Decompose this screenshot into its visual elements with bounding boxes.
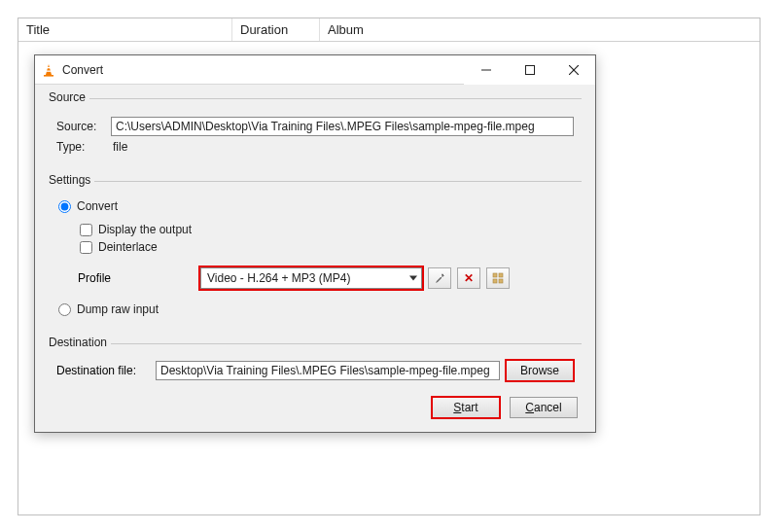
- svg-rect-5: [525, 65, 534, 74]
- source-label: Source:: [56, 120, 111, 133]
- deinterlace-label: Deinterlace: [98, 240, 158, 254]
- dialog-title: Convert: [62, 63, 103, 77]
- settings-group: Settings Convert Display the output Dein…: [49, 181, 582, 330]
- profile-value: Video - H.264 + MP3 (MP4): [207, 271, 351, 285]
- convert-radio-label: Convert: [77, 199, 118, 213]
- source-group-label: Source: [49, 90, 89, 104]
- destination-label: Destination file:: [56, 364, 150, 377]
- dump-radio-input[interactable]: [58, 303, 71, 316]
- profile-dropdown[interactable]: Video - H.264 + MP3 (MP4): [200, 267, 422, 289]
- svg-rect-8: [493, 273, 497, 277]
- maximize-button[interactable]: [508, 55, 551, 85]
- x-icon: ✕: [464, 271, 474, 285]
- deinterlace-checkbox-input[interactable]: [80, 241, 92, 254]
- start-button[interactable]: Start: [432, 397, 500, 418]
- new-profile-button[interactable]: [486, 267, 510, 289]
- convert-radio-input[interactable]: [58, 200, 71, 213]
- playlist-header: Title Duration Album: [18, 18, 760, 42]
- display-output-label: Display the output: [98, 223, 192, 236]
- svg-rect-10: [493, 279, 497, 283]
- col-title[interactable]: Title: [18, 18, 232, 41]
- convert-radio[interactable]: Convert: [58, 199, 574, 213]
- edit-profile-button[interactable]: [428, 267, 451, 289]
- svg-rect-3: [44, 75, 53, 77]
- profile-label: Profile: [78, 271, 194, 285]
- vlc-cone-icon: [41, 62, 56, 78]
- svg-marker-0: [46, 64, 52, 75]
- svg-rect-9: [499, 273, 503, 277]
- deinterlace-checkbox[interactable]: Deinterlace: [80, 240, 574, 254]
- destination-group: Destination Destination file: Browse: [49, 343, 582, 391]
- display-output-checkbox[interactable]: Display the output: [80, 223, 574, 236]
- minimize-button[interactable]: [464, 55, 508, 85]
- dump-radio[interactable]: Dump raw input: [58, 302, 574, 316]
- svg-rect-11: [499, 279, 503, 283]
- new-icon: [492, 272, 504, 284]
- chevron-down-icon: [409, 276, 417, 281]
- col-duration[interactable]: Duration: [232, 18, 320, 41]
- svg-rect-2: [47, 70, 52, 71]
- dump-radio-label: Dump raw input: [77, 302, 159, 316]
- destination-input[interactable]: [156, 361, 500, 380]
- cancel-button[interactable]: Cancel: [510, 397, 578, 418]
- svg-rect-4: [481, 69, 491, 70]
- close-button[interactable]: [551, 55, 595, 85]
- dialog-footer: Start Cancel: [49, 391, 582, 420]
- source-input[interactable]: [111, 117, 574, 136]
- source-group: Source Source: Type: file: [49, 98, 582, 167]
- settings-group-label: Settings: [49, 173, 94, 187]
- wrench-icon: [434, 272, 445, 284]
- svg-rect-1: [47, 67, 51, 68]
- type-value: file: [111, 140, 127, 154]
- col-album[interactable]: Album: [320, 18, 760, 41]
- browse-button[interactable]: Browse: [506, 360, 574, 381]
- display-output-checkbox-input[interactable]: [80, 224, 92, 236]
- window-controls: [464, 55, 595, 85]
- destination-group-label: Destination: [49, 336, 111, 349]
- type-label: Type:: [56, 140, 111, 154]
- titlebar[interactable]: Convert: [35, 55, 595, 85]
- convert-dialog: Convert Source Source: Type: file: [34, 54, 596, 433]
- delete-profile-button[interactable]: ✕: [457, 267, 480, 289]
